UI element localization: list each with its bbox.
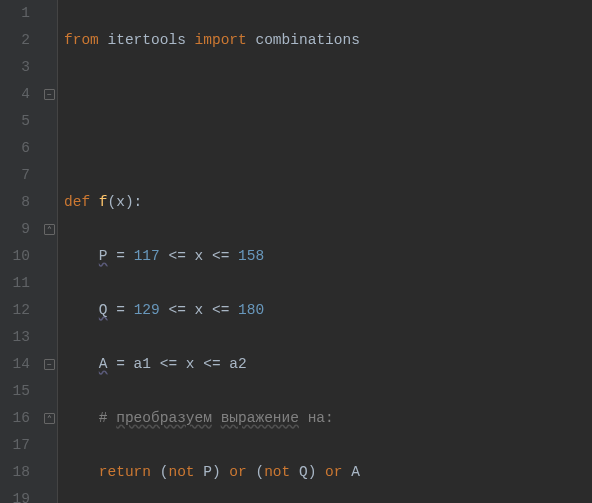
line-number: 17: [8, 432, 30, 459]
code-line: Q = 129 <= x <= 180: [64, 297, 592, 324]
line-number: 8: [8, 189, 30, 216]
code-line: [64, 81, 592, 108]
fold-column: − ⌃ − ⌃: [42, 0, 58, 503]
fold-toggle-icon[interactable]: −: [44, 89, 55, 100]
fold-toggle-icon[interactable]: ⌃: [44, 413, 55, 424]
line-number: 5: [8, 108, 30, 135]
code-line: # преобразуем выражение на:: [64, 405, 592, 432]
line-number: 13: [8, 324, 30, 351]
code-editor[interactable]: from itertools import combinations def f…: [58, 0, 592, 503]
line-number: 11: [8, 270, 30, 297]
line-number: 1: [8, 0, 30, 27]
fold-toggle-icon[interactable]: ⌃: [44, 224, 55, 235]
line-number: 10: [8, 243, 30, 270]
line-number: 14: [8, 351, 30, 378]
line-number-gutter: 1 2 3 4 5 6 7 8 9 10 11 12 13 14 15 16 1…: [0, 0, 42, 503]
line-number: 6: [8, 135, 30, 162]
fold-toggle-icon[interactable]: −: [44, 359, 55, 370]
line-number: 2: [8, 27, 30, 54]
code-line: P = 117 <= x <= 158: [64, 243, 592, 270]
line-number: 4: [8, 81, 30, 108]
line-number: 12: [8, 297, 30, 324]
line-number: 19: [8, 486, 30, 503]
line-number: 3: [8, 54, 30, 81]
line-number: 7: [8, 162, 30, 189]
code-line: [64, 135, 592, 162]
code-line: def f(x):: [64, 189, 592, 216]
code-line: return (not P) or (not Q) or A: [64, 459, 592, 486]
line-number: 9: [8, 216, 30, 243]
line-number: 18: [8, 459, 30, 486]
code-line: A = a1 <= x <= a2: [64, 351, 592, 378]
line-number: 15: [8, 378, 30, 405]
line-number: 16: [8, 405, 30, 432]
code-line: from itertools import combinations: [64, 27, 592, 54]
